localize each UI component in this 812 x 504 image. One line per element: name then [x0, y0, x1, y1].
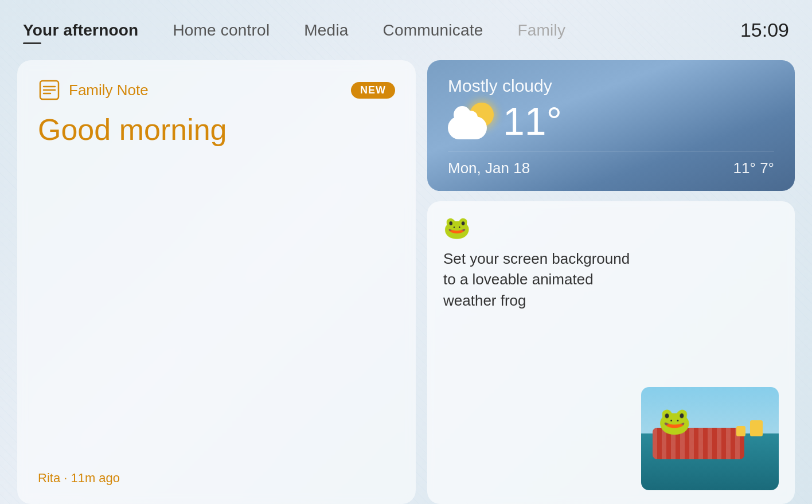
- frog-image: 🐸: [641, 387, 779, 490]
- frog-scene: 🐸: [641, 387, 779, 490]
- nav-communicate[interactable]: Communicate: [383, 21, 483, 40]
- nav-your-afternoon[interactable]: Your afternoon: [23, 21, 138, 40]
- weather-temperature: 11°: [503, 101, 562, 140]
- family-note-label: Family Note: [69, 81, 149, 99]
- weather-date: Mon, Jan 18: [448, 159, 530, 177]
- scene-items: [736, 420, 763, 436]
- cloud-icon: [448, 116, 487, 139]
- item-small-box: [736, 426, 745, 436]
- family-note-header: Family Note NEW: [38, 79, 395, 101]
- weather-temp-section: 11°: [448, 101, 562, 140]
- nav-family[interactable]: Family: [518, 21, 566, 40]
- main-content: Family Note NEW Good morning Rita · 11m …: [0, 60, 812, 504]
- nav-media[interactable]: Media: [304, 21, 348, 40]
- clock-display: 15:09: [740, 19, 789, 41]
- weather-card[interactable]: Mostly cloudy 11° Mon, Jan 18 11° 7°: [427, 60, 795, 191]
- frog-description: Set your screen background to a loveable…: [443, 248, 632, 311]
- frog-text-area: 🐸 Set your screen background to a loveab…: [443, 215, 632, 311]
- frog-promo-card[interactable]: 🐸 Set your screen background to a loveab…: [427, 201, 795, 504]
- frog-character: 🐸: [658, 405, 691, 436]
- weather-top: Mostly cloudy 11°: [448, 76, 774, 140]
- right-panel: Mostly cloudy 11° Mon, Jan 18 11° 7°: [427, 60, 795, 504]
- weather-divider: [448, 151, 774, 151]
- item-yellow-box: [750, 420, 763, 436]
- frog-emoji-icon: 🐸: [443, 215, 632, 240]
- weather-icon: [448, 103, 494, 139]
- weather-date-row: Mon, Jan 18 11° 7°: [448, 159, 774, 177]
- note-author-time: Rita · 11m ago: [38, 471, 395, 486]
- family-note-message: Good morning: [38, 112, 395, 471]
- note-icon: [38, 79, 61, 101]
- nav-home-control[interactable]: Home control: [173, 21, 270, 40]
- weather-info: Mostly cloudy 11°: [448, 76, 562, 140]
- family-note-card[interactable]: Family Note NEW Good morning Rita · 11m …: [17, 60, 416, 504]
- new-badge: NEW: [351, 82, 395, 99]
- weather-condition: Mostly cloudy: [448, 76, 562, 96]
- weather-range: 11° 7°: [733, 159, 774, 177]
- nav-bar: Your afternoon Home control Media Commun…: [0, 0, 812, 60]
